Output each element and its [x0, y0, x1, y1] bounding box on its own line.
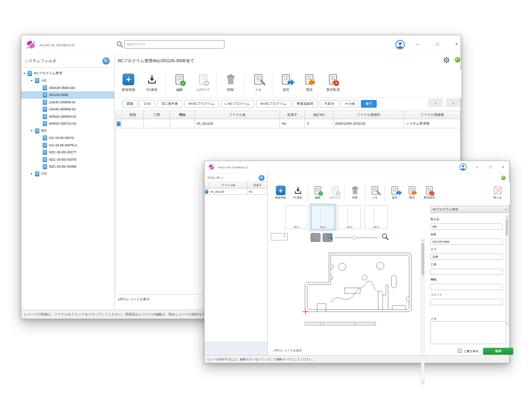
table-header-cell[interactable]: ファイル名 — [209, 182, 248, 189]
zoom-slider[interactable] — [334, 237, 378, 238]
zoom-slider-knob[interactable] — [352, 236, 356, 240]
cad-drawing-canvas[interactable] — [270, 244, 420, 343]
page-thumbnail[interactable]: No.2 — [312, 205, 334, 229]
tab[interactable]: M-NCプログラム — [184, 100, 219, 108]
toolbar-button-edit-cancel[interactable]: 編集取消 — [326, 183, 344, 200]
view-mode-button[interactable] — [311, 233, 320, 242]
toolbar-button-receive-cancel[interactable]: × 受信取消 — [421, 183, 438, 200]
field-input[interactable] — [430, 224, 503, 230]
field-input[interactable] — [430, 299, 503, 305]
tree-expander-icon[interactable]: ▾ — [31, 129, 35, 132]
tree-item[interactable]: ▾ A社 — [21, 77, 114, 85]
refresh-icon[interactable]: ↻ — [102, 57, 110, 65]
page-number-input[interactable] — [271, 233, 288, 240]
tabs-next-button[interactable]: › — [446, 99, 461, 107]
field-input[interactable] — [430, 284, 503, 290]
maximize-button[interactable]: □ — [486, 164, 494, 171]
toolbar-button-pc-save[interactable]: PC保存 — [289, 183, 306, 200]
toolbar-button-edit-cancel[interactable]: 編集取消 — [191, 72, 215, 92]
search-input[interactable] — [124, 40, 224, 49]
toolbar-button-memo[interactable]: メモ — [247, 72, 270, 92]
tree-item[interactable]: W0910-250712-01 — [21, 120, 114, 128]
tree-item[interactable]: GG-19-55-00076-2 — [21, 142, 114, 149]
tree-expander-icon[interactable]: ▸ — [31, 172, 35, 175]
tree-item[interactable]: ▸ C社 — [21, 170, 114, 178]
tab[interactable]: その他 — [340, 100, 359, 108]
page-thumbnail[interactable]: No.4 — [365, 205, 387, 229]
scroll-up-icon[interactable]: ▴ — [421, 239, 425, 242]
user-account-icon[interactable] — [395, 40, 405, 50]
toolbar-button-new[interactable]: ＋ 新規登録 — [117, 72, 140, 92]
toolbar-button-new[interactable]: ＋ 新規登録 — [272, 183, 289, 200]
table-row[interactable]: 40_251126 NC 0 2025/12/08 10:02:02 システム管… — [116, 119, 460, 128]
zoom-in-icon[interactable] — [382, 233, 389, 240]
toolbar-button-send[interactable]: 送信 — [386, 183, 403, 200]
tree-item[interactable]: NZC-25-BS-00277 — [21, 149, 114, 156]
toolbar-button-pc-save[interactable]: PC保存 — [140, 72, 164, 92]
tree-expander-icon[interactable]: ▾ — [24, 72, 28, 75]
spinner-arrows-icon[interactable]: ▴▾ — [284, 233, 285, 238]
page-thumbnail[interactable]: No.1 — [285, 205, 308, 229]
user-account-icon[interactable] — [459, 163, 467, 171]
refresh-icon[interactable]: ↻ — [259, 175, 265, 181]
tab[interactable]: 全て — [361, 100, 376, 108]
table-header-cell[interactable]: 拡張子 — [280, 111, 305, 119]
tab[interactable]: 検査成績書 — [292, 100, 318, 108]
toolbar-button-edit[interactable]: ✓ 編集 — [309, 183, 326, 200]
scrollbar-thumb[interactable] — [506, 219, 508, 236]
toolbar-button-close[interactable]: 閉じる — [489, 183, 506, 200]
table-header-cell[interactable]: 状態 — [122, 111, 144, 119]
table-header-cell[interactable]: 改訂NO — [305, 111, 333, 119]
tree-item[interactable]: ▾ NCプログラム管理 — [21, 70, 114, 77]
toolbar-button-memo[interactable]: メモ — [366, 183, 383, 200]
table-header-cell[interactable]: ファイル名 — [195, 111, 280, 119]
toolbar-button-receive[interactable]: 受信 — [403, 183, 421, 200]
close-button[interactable]: × — [499, 164, 507, 171]
page-thumbnail[interactable]: No.3 — [338, 205, 361, 229]
tab[interactable]: L-NCプログラム — [221, 100, 254, 108]
tree-expander-icon[interactable]: ▾ — [31, 79, 35, 82]
table-row[interactable]: 40_251126 NC — [205, 189, 267, 195]
table-header-cell[interactable]: 機械 — [170, 111, 195, 119]
tree-item[interactable]: 251126-3568 — [21, 92, 114, 99]
tree-item[interactable]: U3245-250806-01 — [21, 99, 114, 106]
field-input[interactable] — [430, 239, 503, 245]
minimize-button[interactable]: – — [414, 41, 422, 47]
tab[interactable]: 不具合 — [320, 100, 338, 108]
tree-item[interactable]: W0918-250603-01 — [21, 113, 114, 120]
table-header-cell[interactable]: ファイル登録者 — [404, 111, 460, 119]
scroll-down-icon[interactable]: ▾ — [421, 381, 425, 384]
toolbar-button-receive-cancel[interactable]: × 受信取消 — [321, 72, 345, 92]
tab[interactable]: CAD — [139, 100, 155, 108]
table-header-cell[interactable]: 工程 — [144, 111, 170, 119]
overwrite-checkbox[interactable]: ✓ — [458, 349, 462, 353]
toolbar-button-delete[interactable]: 削除 — [219, 72, 242, 92]
scroll-up-icon[interactable]: ▴ — [506, 215, 509, 218]
toolbar-button-send[interactable]: 送信 — [274, 72, 298, 92]
minimize-button[interactable]: – — [473, 164, 481, 171]
toolbar-button-delete[interactable]: 削除 — [346, 183, 363, 200]
memo-textarea[interactable] — [430, 321, 506, 344]
tab[interactable]: W-NCプログラム — [256, 100, 291, 108]
tree-item[interactable]: GG-19-55-00076 — [21, 135, 114, 142]
tree-item[interactable]: NZC-25-BS-00385 — [21, 163, 114, 171]
tree-item[interactable]: U3245-250806-02 — [21, 106, 114, 113]
maximize-button[interactable]: □ — [433, 41, 441, 47]
toolbar-button-receive[interactable]: 受信 — [298, 72, 321, 92]
tab[interactable]: 図面 — [122, 100, 138, 108]
table-header-cell[interactable]: ファイル登録日 — [333, 111, 404, 119]
form-scrollbar[interactable]: ▴ ▾ — [505, 215, 508, 325]
category-dropdown[interactable]: NCプログラム管理 ▾ — [430, 206, 508, 213]
tree-item[interactable]: 250428-3568-025 — [21, 84, 114, 92]
zoom-out-icon[interactable] — [327, 234, 333, 240]
save-button[interactable]: 保存 — [483, 348, 513, 355]
field-input[interactable] — [430, 269, 503, 275]
tab[interactable]: 加工条件表 — [157, 100, 182, 108]
scrollbar-thumb[interactable] — [422, 243, 424, 275]
settings-gear-icon[interactable] — [443, 57, 450, 64]
tabs-prev-button[interactable]: ‹ — [428, 99, 443, 107]
close-button[interactable]: × — [453, 41, 461, 47]
toolbar-button-edit[interactable]: ✓ 編集 — [168, 72, 191, 92]
field-input[interactable] — [430, 254, 503, 260]
table-header-cell[interactable]: 拡張子 — [248, 182, 267, 189]
